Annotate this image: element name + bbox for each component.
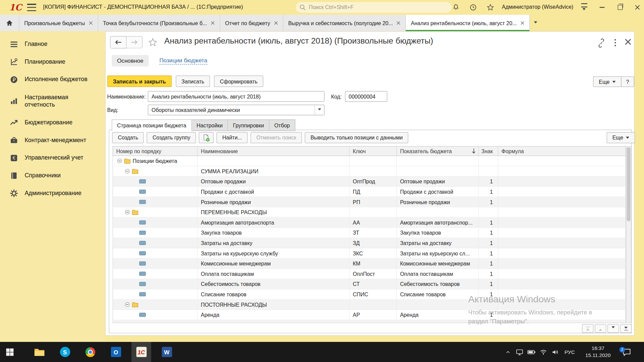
col-header-name[interactable]: Наименование [198,146,350,156]
home-tab[interactable] [0,15,19,31]
main-menu-icon[interactable] [27,4,36,11]
close-window-button[interactable] [632,2,643,13]
scroll-to-top-button[interactable] [582,324,593,333]
start-button[interactable] [0,342,20,362]
minimize-button[interactable] [596,2,608,13]
file-explorer-button[interactable] [30,342,49,362]
get-link-icon[interactable] [596,38,606,48]
save-button[interactable]: Записать [176,75,210,87]
scroll-down-button[interactable] [607,324,619,333]
table-row-item[interactable]: Розничные продажи РП Розничные продажи 1 [113,197,626,207]
tab-close-icon[interactable] [211,21,215,25]
table-row-item[interactable]: Закупка товаров ЗТ Закупка товаров 1 [113,228,626,238]
notifications-bell-icon[interactable] [450,2,462,13]
display-tray-icon[interactable] [514,342,525,362]
table-row-item[interactable]: Амортизация автотранспорта АА Амортизаци… [113,218,626,228]
scroll-up-button[interactable] [595,324,606,333]
sidebar-item-budgeting[interactable]: Бюджетирование [0,114,105,131]
action-center-button[interactable]: 2 [620,342,634,362]
tab-close-icon[interactable] [89,21,93,25]
scrollbar-thumb[interactable] [627,147,631,221]
tab-close-icon[interactable] [521,21,525,25]
table-row-item[interactable]: Затраты на доставку ЗД Затраты на достав… [113,238,626,248]
table-row-item[interactable]: Списание товаров СПИС Списание товаров 1 [113,289,626,300]
global-search-input[interactable]: Поиск Ctrl+Shift+F [296,2,452,13]
code-input[interactable] [345,91,387,102]
col-header-num[interactable]: Номер по порядку [113,146,198,156]
sidebar-item-administration[interactable]: Администрирование [0,184,105,202]
cancel-search-button[interactable]: Отменить поиск [251,132,302,143]
battery-tray-icon[interactable] [526,342,537,362]
language-indicator[interactable]: РУС [562,342,578,362]
back-button[interactable] [110,36,126,49]
forward-button[interactable] [126,36,143,49]
restore-button[interactable] [614,2,626,13]
sidebar-item-custom-reports[interactable]: Настраиваемая отчетность [0,88,105,114]
clock-tray[interactable]: 16:37 15.11.2020 [582,342,613,362]
table-row-group[interactable]: ПЕРЕМЕННЫЕ РАСХОДЫ [113,207,626,218]
col-header-formula[interactable]: Формула [498,146,626,156]
close-form-icon[interactable] [624,38,632,46]
tab-proizvolnye-budzhety[interactable]: Произвольные бюджеты [19,15,98,31]
table-row-item[interactable]: Аренда АР Аренда 1 [113,310,626,320]
dropdown-arrow-icon[interactable] [315,105,324,115]
volume-tray-icon[interactable] [550,342,561,362]
name-input[interactable] [148,91,325,102]
subtab-budget-positions-page[interactable]: Страница позиции бюджета [112,119,192,131]
copy-item-button[interactable] [199,132,214,143]
more-button-toolbar[interactable]: Еще [607,132,635,143]
wifi-tray-icon[interactable] [538,342,549,362]
kind-select[interactable]: Обороты показателей динамически [148,105,325,115]
scroll-to-bottom-button[interactable] [620,324,632,333]
tab-list-chevron-icon[interactable] [534,19,537,27]
table-row-group[interactable]: СУММА РЕАЛИЗАЦИИ [113,166,626,177]
table-row-item[interactable]: Оплата поставщикам ОплПост Оплата постав… [113,269,626,279]
table-row-item[interactable]: Оптовые продажи ОптПрод Оптовые продажи … [113,177,626,187]
tab-analiz-rentabelnosti-active[interactable]: Анализ рентабельности (июль, август 20..… [406,15,530,31]
chrome-button[interactable] [80,342,100,362]
tab-tochka-bezubytochnosti[interactable]: Точка безубыточности (Произвольные б... [98,15,220,31]
generate-button[interactable]: Сформировать [214,75,263,87]
sidebar-item-main[interactable]: Главное [0,35,105,53]
collapse-icon[interactable] [125,169,130,174]
tab-close-icon[interactable] [396,21,400,25]
nav-tab-main[interactable]: Основное [112,55,149,66]
col-header-key[interactable]: Ключ [350,146,397,156]
table-row-root[interactable]: Позиции бюджета [113,156,626,166]
favorite-star-icon[interactable] [148,37,158,47]
outlook-button[interactable]: O [106,342,126,362]
tab-close-icon[interactable] [274,21,278,25]
create-button[interactable]: Создать [112,132,144,143]
word-button[interactable]: W [157,342,177,362]
tab-otchet-po-budzhetu[interactable]: Отчет по бюджету [220,15,283,31]
find-button[interactable]: Найти... [217,132,248,143]
help-button[interactable]: ? [621,76,634,87]
table-vertical-scrollbar[interactable] [626,146,631,323]
more-button-top[interactable]: Еще [593,76,622,87]
only-with-data-button[interactable]: Выводить только позиции с данными [305,132,409,143]
collapse-icon[interactable] [117,159,122,164]
sidebar-item-contract-management[interactable]: Контракт-менеджмент [0,131,105,149]
more-dots-icon[interactable] [611,38,619,48]
sidebar-item-planning[interactable]: Планирование [0,53,105,71]
favorites-star-icon[interactable] [485,2,496,13]
table-row-group[interactable]: ПОСТОЯННЫЕ РАСХОДЫ [113,300,626,310]
collapse-icon[interactable] [125,302,130,307]
hidden-icons-chevron[interactable] [503,342,513,362]
subtab-groupings[interactable]: Группировки [228,119,269,131]
subtab-settings[interactable]: Настройки [192,119,228,131]
col-header-sign[interactable]: Знак [479,146,498,156]
subtab-filter[interactable]: Отбор [269,119,295,131]
collapse-icon[interactable] [125,210,130,215]
sidebar-item-management-accounting[interactable]: € Управленческий учет [0,149,105,167]
tab-vyruchka-i-sebestoimost[interactable]: Выручка и себестоимость (полугодие 20... [283,15,406,31]
skype-button[interactable]: S [55,342,75,362]
sidebar-item-directories[interactable]: Справочники [0,167,105,184]
window-menu-icon[interactable] [578,2,590,13]
table-row-item[interactable]: Заработная плата персонала ЗП Заработная… [113,320,626,323]
1c-enterprise-button[interactable]: 1С [131,342,151,362]
col-header-indicator[interactable]: Показатель бюджета [397,146,479,156]
nav-tab-budget-positions[interactable]: Позиции бюджета [159,57,207,64]
table-row-item[interactable]: Затраты на курьерскую службу ЗКС Затраты… [113,248,626,259]
table-row-item[interactable]: Комиссионные менеджерам КМ Комиссионные … [113,258,626,269]
